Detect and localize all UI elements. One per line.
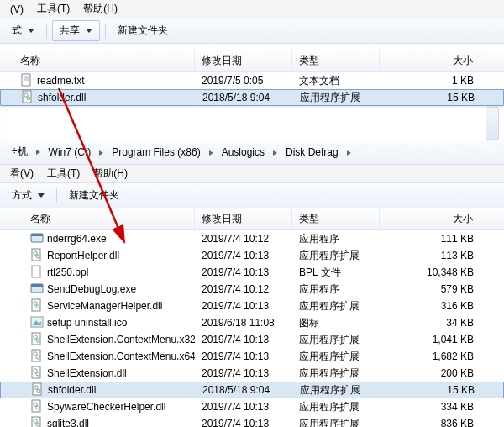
file-date: 2019/7/4 10:13 <box>195 249 292 262</box>
file-type: 应用程序扩展 <box>292 399 380 415</box>
file-row[interactable]: setup uninstall.ico2019/6/18 11:08图标34 K… <box>0 314 504 331</box>
separator <box>46 24 47 39</box>
crumb-item[interactable]: Program Files (x86) <box>107 145 205 160</box>
share-button[interactable]: 共享 <box>52 20 100 41</box>
file-row[interactable]: ServiceManagerHelper.dll2019/7/4 10:13应用… <box>0 298 504 314</box>
file-name: ServiceManagerHelper.dll <box>47 300 162 312</box>
file-row[interactable]: readme.txt2019/7/5 0:05文本文档1 KB <box>0 72 504 89</box>
file-name: ShellExtension.ContextMenu.x32.dll <box>47 334 195 345</box>
col-header-type[interactable]: 类型 <box>292 50 380 71</box>
file-date: 2019/7/4 10:13 <box>195 400 292 414</box>
file-type: 应用程序扩展 <box>292 298 380 314</box>
bottom-file-list[interactable]: nderrg64.exe2019/7/4 10:12应用程序111 KBRepo… <box>0 230 504 427</box>
new-folder-button[interactable]: 新建文件夹 <box>62 186 126 205</box>
file-date: 2019/7/4 10:13 <box>195 417 292 427</box>
file-size: 10,348 KB <box>380 266 480 279</box>
col-header-name[interactable]: 名称 <box>0 50 195 71</box>
chevron-right-icon <box>36 150 40 155</box>
file-type: 应用程序扩展 <box>292 416 380 428</box>
file-size: 836 KB <box>380 417 480 427</box>
file-row[interactable]: sqlite3.dll2019/7/4 10:13应用程序扩展836 KB <box>0 415 504 427</box>
col-header-size[interactable]: 大小 <box>380 208 480 229</box>
file-name: shfolder.dll <box>38 92 86 103</box>
file-name: rtl250.bpl <box>47 266 88 278</box>
file-name: nderrg64.exe <box>47 233 107 245</box>
file-name: sqlite3.dll <box>47 418 89 427</box>
menu-view[interactable]: 看(V) <box>3 165 40 182</box>
file-row[interactable]: shfolder.dll2018/5/18 9:04应用程序扩展15 KB <box>0 382 504 398</box>
chevron-right-icon <box>99 150 103 156</box>
file-type: BPL 文件 <box>292 265 380 281</box>
file-row[interactable]: shfolder.dll2018/5/18 9:04应用程序扩展15 KB <box>0 89 504 106</box>
file-icon <box>30 399 44 415</box>
file-icon <box>30 248 44 264</box>
file-row[interactable]: ShellExtension.ContextMenu.x64.dll2019/7… <box>0 348 504 365</box>
menu-view[interactable]: (V) <box>3 2 30 17</box>
menu-tools[interactable]: 工具(T) <box>40 165 87 182</box>
file-date: 2019/7/5 0:05 <box>195 74 292 87</box>
file-size: 1,041 KB <box>380 333 480 346</box>
crumb-item[interactable]: Auslogics <box>217 145 270 160</box>
file-icon <box>31 382 45 398</box>
file-date: 2019/7/4 10:13 <box>195 299 292 313</box>
file-row[interactable]: ShellExtension.ContextMenu.x32.dll2019/7… <box>0 331 504 348</box>
file-type: 应用程序扩展 <box>292 366 380 382</box>
file-row[interactable]: SendDebugLog.exe2019/7/4 10:12应用程序579 KB <box>0 281 504 298</box>
file-icon <box>30 366 44 382</box>
dropdown-icon <box>38 193 45 198</box>
separator <box>105 24 106 39</box>
col-header-name[interactable]: 名称 <box>0 208 195 229</box>
organize-button[interactable]: 方式 <box>5 186 51 205</box>
file-name: ReportHelper.dll <box>47 250 119 261</box>
new-folder-button[interactable]: 新建文件夹 <box>111 21 175 40</box>
file-icon <box>30 349 44 365</box>
file-type: 图标 <box>292 315 380 331</box>
file-row[interactable]: ReportHelper.dll2019/7/4 10:13应用程序扩展113 … <box>0 247 504 264</box>
crumb-item[interactable]: Win7 (C:) <box>44 145 97 160</box>
col-header-date[interactable]: 修改日期 <box>195 208 292 229</box>
file-name: setup uninstall.ico <box>47 317 127 329</box>
file-icon <box>30 416 44 428</box>
file-icon <box>30 265 44 281</box>
bottom-menubar: 看(V) 工具(T) 帮助(H) <box>0 165 504 183</box>
window-gap <box>0 106 504 140</box>
file-icon <box>30 231 44 247</box>
top-file-list[interactable]: readme.txt2019/7/5 0:05文本文档1 KBshfolder.… <box>0 72 504 106</box>
file-type: 应用程序扩展 <box>293 90 381 106</box>
menu-tools[interactable]: 工具(T) <box>30 0 76 18</box>
bottom-column-headers: 名称 修改日期 类型 大小 <box>0 208 504 230</box>
file-type: 应用程序扩展 <box>292 332 380 348</box>
organize-button[interactable]: 式 <box>5 21 41 40</box>
svg-rect-12 <box>32 266 40 277</box>
crumb-item[interactable]: Disk Defrag <box>281 145 344 160</box>
file-type: 应用程序扩展 <box>292 349 380 365</box>
top-toolbar: 式 共享 新建文件夹 <box>0 18 504 44</box>
dropdown-icon <box>28 29 34 33</box>
menu-help[interactable]: 帮助(H) <box>76 0 124 18</box>
top-column-headers: 名称 修改日期 类型 大小 <box>0 50 504 72</box>
file-size: 316 KB <box>380 299 480 313</box>
col-header-size[interactable]: 大小 <box>380 50 480 71</box>
file-size: 15 KB <box>381 383 481 397</box>
file-date: 2018/5/18 9:04 <box>196 383 293 397</box>
file-row[interactable]: SpywareCheckerHelper.dll2019/7/4 10:13应用… <box>0 398 504 415</box>
menu-help[interactable]: 帮助(H) <box>87 165 134 182</box>
col-header-date[interactable]: 修改日期 <box>195 50 292 71</box>
file-date: 2019/7/4 10:13 <box>195 366 292 380</box>
crumb-computer[interactable]: ÷机 <box>7 143 33 161</box>
file-row[interactable]: nderrg64.exe2019/7/4 10:12应用程序111 KB <box>0 230 504 247</box>
breadcrumb: ÷机 Win7 (C:)Program Files (x86)Auslogics… <box>0 140 504 165</box>
file-icon <box>30 332 44 348</box>
file-type: 应用程序 <box>292 282 380 298</box>
file-size: 34 KB <box>380 316 480 329</box>
file-icon <box>20 73 34 89</box>
file-row[interactable]: rtl250.bpl2019/7/4 10:13BPL 文件10,348 KB <box>0 264 504 281</box>
file-date: 2018/5/18 9:04 <box>196 91 293 104</box>
file-size: 1,682 KB <box>380 350 480 363</box>
col-header-type[interactable]: 类型 <box>292 208 380 229</box>
file-row[interactable]: ShellExtension.dll2019/7/4 10:13应用程序扩展20… <box>0 365 504 382</box>
dropdown-icon <box>86 29 92 33</box>
bottom-toolbar: 方式 新建文件夹 <box>0 183 504 208</box>
file-icon <box>21 90 34 106</box>
separator <box>56 188 57 203</box>
